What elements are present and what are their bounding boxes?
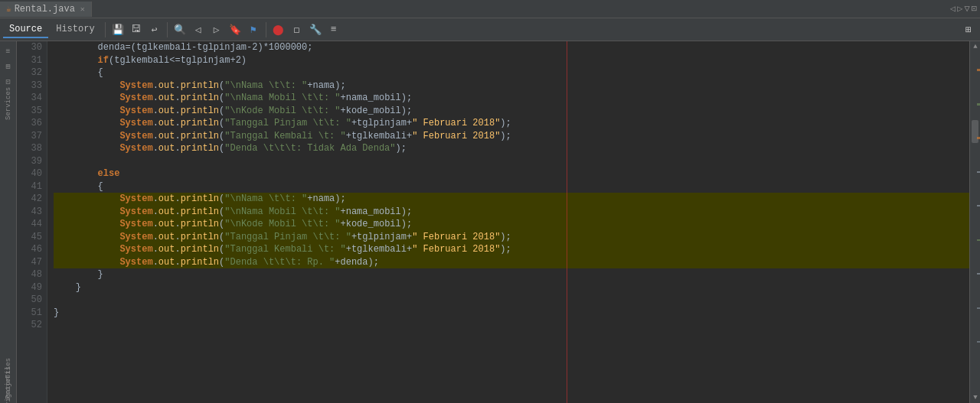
code-line-39 — [54, 155, 969, 168]
code-line-35: System.out.println("\nKode Mobil \t\t: "… — [54, 105, 969, 118]
code-line-36: System.out.println("Tanggal Pinjam \t\t:… — [54, 117, 969, 130]
next-occurrence-button[interactable]: ▷ — [208, 21, 225, 38]
main-area: ≡ ⊞ ⊡ Services Files Projects Navigator … — [0, 41, 980, 403]
java-icon: ☕ — [6, 4, 11, 14]
prev-occurrence-button[interactable]: ◁ — [190, 21, 207, 38]
tab-filename: Rental.java — [15, 4, 75, 15]
code-line-31: if(tglkembali<=tglpinjam+2) — [54, 54, 969, 67]
sidebar-icon-navigator[interactable]: Navigator — [2, 389, 15, 403]
tab-close-button[interactable]: ✕ — [80, 5, 85, 14]
nav-back-icon[interactable]: ◁ — [950, 3, 956, 15]
toolbar-separator-3 — [266, 22, 266, 37]
code-line-47: System.out.println("Denda \t\t\t: Rp. "+… — [54, 256, 969, 269]
toolbar-separator — [105, 22, 106, 37]
nav-forward-icon[interactable]: ▷ — [957, 3, 962, 15]
scroll-up-button[interactable]: ▲ — [970, 41, 980, 52]
code-line-38: System.out.println("Denda \t\t\t: Tidak … — [54, 142, 969, 155]
minimap-marker-2 — [977, 103, 980, 106]
save-button[interactable]: 💾 — [109, 21, 126, 38]
minimap-marker-3 — [977, 137, 980, 139]
deactivate-bp-button[interactable]: ◻ — [289, 21, 305, 38]
bookmark-prev-button[interactable]: 🔖 — [227, 21, 243, 38]
minimap-marker-1 — [977, 69, 980, 71]
code-line-43: System.out.println("\nNama Mobil \t\t: "… — [54, 206, 969, 219]
scroll-track[interactable] — [970, 52, 980, 392]
source-tab[interactable]: Source — [3, 21, 48, 38]
sidebar-icon-services[interactable]: Services — [2, 96, 15, 110]
tasks-button[interactable]: ≡ — [325, 21, 342, 38]
code-content[interactable]: denda=(tglkembali-tglpinjam-2)*1000000; … — [47, 41, 969, 403]
toolbar-right-spacer: ⊞ — [960, 21, 977, 38]
code-line-32: { — [54, 67, 969, 80]
title-bar: ☕ Rental.java ✕ ◁ ▷ ▽ ⊡ — [0, 0, 980, 18]
minimap-marker-8 — [977, 307, 980, 309]
sidebar-bottom: Files Projects Navigator — [2, 362, 15, 403]
code-line-52 — [54, 319, 969, 332]
code-line-48: } — [54, 268, 969, 281]
nav-down-icon[interactable]: ▽ — [965, 3, 970, 15]
code-line-49: } — [54, 281, 969, 294]
history-tab[interactable]: History — [50, 21, 100, 38]
code-line-30: denda=(tglkembali-tglpinjam-2)*1000000; — [54, 41, 969, 54]
file-tab[interactable]: ☕ Rental.java ✕ — [0, 2, 92, 17]
code-line-41: { — [54, 180, 969, 193]
scroll-down-button[interactable]: ▼ — [970, 392, 980, 403]
minimap-marker-5 — [977, 205, 980, 206]
bookmark-toggle-button[interactable]: ⚑ — [245, 21, 262, 38]
code-line-51: } — [54, 307, 969, 320]
code-editor[interactable]: 30 31 32 33 34 35 36 37 38 39 40 41 42 4… — [17, 41, 980, 403]
code-line-45: System.out.println("Tanggal Pinjam \t\t:… — [54, 231, 969, 244]
left-sidebar: ≡ ⊞ ⊡ Services Files Projects Navigator — [0, 41, 17, 403]
vertical-scrollbar[interactable]: ▲ ▼ — [969, 41, 980, 403]
code-line-42: System.out.println("\nNama \t\t: "+nama)… — [54, 193, 969, 206]
revert-button[interactable]: ↩ — [146, 21, 163, 38]
sidebar-icon-2[interactable]: ⊞ — [2, 60, 15, 73]
code-line-50 — [54, 294, 969, 307]
toggle-breakpoint-button[interactable]: ⬤ — [270, 21, 287, 38]
code-line-44: System.out.println("\nKode Mobil \t\t: "… — [54, 218, 969, 231]
minimap-marker-7 — [977, 273, 980, 275]
line-numbers: 30 31 32 33 34 35 36 37 38 39 40 41 42 4… — [17, 41, 47, 403]
code-line-34: System.out.println("\nNama Mobil \t\t: "… — [54, 92, 969, 105]
save-all-button[interactable]: 🖫 — [128, 21, 145, 38]
code-line-40: else — [54, 167, 969, 180]
toolbar-separator-2 — [167, 22, 168, 37]
minimap-marker-4 — [977, 171, 980, 173]
fix-button[interactable]: 🔧 — [307, 21, 324, 38]
expand-editor-button[interactable]: ⊞ — [960, 21, 977, 38]
zoom-in-button[interactable]: 🔍 — [172, 21, 188, 38]
toolbar: Source History 💾 🖫 ↩ 🔍 ◁ ▷ 🔖 ⚑ ⬤ ◻ 🔧 ≡ ⊞ — [0, 18, 980, 41]
expand-icon[interactable]: ⊡ — [972, 3, 977, 15]
sidebar-icon-1[interactable]: ≡ — [2, 44, 15, 58]
scroll-thumb[interactable] — [972, 120, 978, 143]
code-line-33: System.out.println("\nNama \t\t: "+nama)… — [54, 80, 969, 93]
minimap-marker-6 — [977, 239, 980, 241]
minimap-marker-9 — [977, 341, 980, 343]
code-line-37: System.out.println("Tanggal Kembali \t: … — [54, 130, 969, 143]
code-line-46: System.out.println("Tanggal Kembali \t: … — [54, 243, 969, 256]
